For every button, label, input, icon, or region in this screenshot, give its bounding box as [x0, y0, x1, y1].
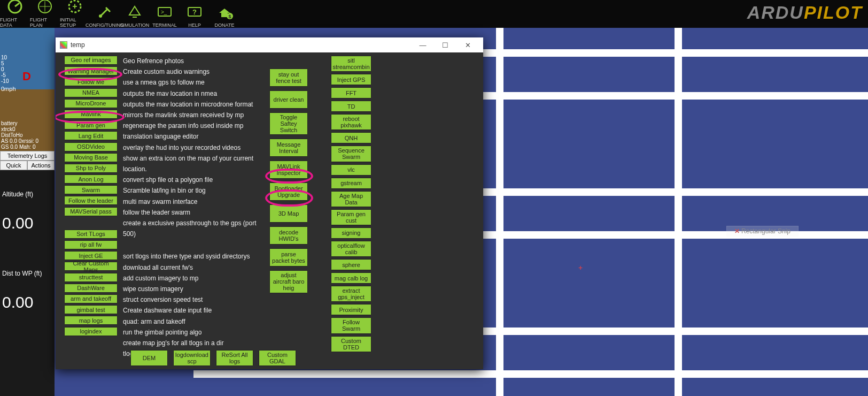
tool-config-tuning[interactable]: CONFIG/TUNING [90, 3, 120, 28]
minimize-button[interactable]: — [412, 41, 434, 49]
temp-btn-mavlink[interactable]: Mavlink [64, 110, 118, 119]
temp-btn-map-logs[interactable]: map logs [64, 316, 118, 325]
svg-text:$: $ [228, 14, 231, 19]
temp-btn-swarm[interactable]: Swarm [64, 185, 118, 194]
temp-btn-follow-the-leader[interactable]: Follow the leader [64, 196, 118, 205]
temp-btn-inject-gps[interactable]: Inject GPS [331, 74, 371, 85]
temp-btn-microdrone[interactable]: MicroDrone [64, 99, 118, 108]
temp-btn-mavserial-pass[interactable]: MAVSerial pass [64, 207, 118, 216]
temp-desc: show an extra icon on the map of your cu… [123, 153, 267, 174]
temp-btn-inject-ge[interactable]: Inject GE [64, 251, 118, 260]
temp-btn-osdvideo[interactable]: OSDVideo [64, 142, 118, 151]
temp-btn-lang-edit[interactable]: Lang Edit [64, 131, 118, 140]
dist-wp-label: Dist to WP (ft) [2, 270, 52, 277]
temp-desc: outputs the mav location in nmea [123, 88, 267, 99]
temp-btn-dem[interactable]: DEM [130, 350, 168, 366]
temp-btn-logdownload-scp[interactable]: logdownload scp [173, 350, 211, 366]
temp-btn-rip-all-fw[interactable]: rip all fw [64, 240, 118, 249]
mode-letter: D [22, 70, 31, 83]
temp-btn-qnh[interactable]: QNH [331, 132, 371, 143]
temp-btn-message-interval[interactable]: Message Interval [269, 139, 308, 157]
temp-btn-dashware[interactable]: DashWare [64, 284, 118, 293]
temp-btn-moving-base[interactable]: Moving Base [64, 153, 118, 162]
temp-desc: create map jpg's for all tlogs in a dir [123, 338, 267, 348]
close-button[interactable]: ✕ [456, 41, 479, 49]
temp-btn-vlc[interactable]: vlc [331, 164, 371, 176]
temp-btn-sequence-swarm[interactable]: Sequence Swarm [331, 146, 371, 162]
button-column-3: sitl streamcombinInject GPSFFTTDreboot p… [331, 56, 374, 352]
temp-desc: outputs the mav location in microdrone f… [123, 99, 267, 110]
temp-btn-mavlink-inspector[interactable]: MAVLink Inspector [269, 161, 308, 179]
temp-btn-custom-gdal[interactable]: Custom GDAL [259, 350, 296, 366]
temp-desc: wipe custom imagery [123, 284, 267, 294]
tab-telemetry-logs[interactable]: Telemetry Logs [0, 151, 55, 161]
temp-btn-follow-me[interactable]: Follow Me [64, 77, 118, 86]
airspeed-readout: 0mph [1, 86, 16, 92]
temp-btn-gimbal-test[interactable]: gimbal test [64, 305, 118, 314]
tool-flight-data[interactable]: FLIGHT DATA [0, 0, 30, 28]
tool-flight-plan[interactable]: FLIGHT PLAN [30, 0, 60, 28]
temp-btn-driver-clean[interactable]: driver clean [269, 90, 308, 109]
temp-btn-clear-custom-maps[interactable]: Clear Custom Maps [64, 262, 118, 271]
temp-btn-proximity[interactable]: Proximity [331, 304, 371, 315]
temp-btn-3d-map[interactable]: 3D Map [269, 204, 308, 223]
temp-btn-reboot-pixhawk[interactable]: reboot pixhawk [331, 114, 371, 130]
temp-btn-param-gen[interactable]: Param gen [64, 120, 118, 130]
temp-btn-resort-all-logs[interactable]: ReSort All logs [216, 350, 253, 366]
tool-label: FLIGHT PLAN [30, 17, 60, 28]
temp-btn-follow-swarm[interactable]: Follow Swarm [331, 317, 371, 333]
temp-btn-geo-ref-images[interactable]: Geo ref images [64, 56, 118, 65]
temp-btn-adjust-aircraft-baro-heig[interactable]: adjust aircraft baro heig [269, 270, 308, 293]
temp-btn-nmea[interactable]: NMEA [64, 88, 118, 97]
temp-btn-arm-and-takeoff[interactable]: arm and takeoff [64, 294, 118, 303]
temp-desc: run the gimbal pointing algo [123, 327, 267, 338]
temp-desc: use a nmea gps to follow me [123, 77, 267, 88]
temp-btn-sitl-streamcombin[interactable]: sitl streamcombin [331, 56, 371, 72]
temp-btn-shp-to-poly[interactable]: Shp to Poly [64, 164, 118, 173]
temp-btn-decode-hwid-s[interactable]: decode HWID's [269, 226, 308, 245]
temp-btn-toggle-saftey-switch[interactable]: Toggle Saftey Switch [269, 112, 308, 135]
temp-desc: translation language editor [123, 131, 267, 142]
temp-btn-extract-gps-inject[interactable]: extract gps_inject [331, 286, 371, 302]
temp-btn-opticalflow-calib[interactable]: opticalflow calib [331, 241, 371, 257]
dialog-titlebar[interactable]: temp — ☐ ✕ [56, 37, 483, 52]
tool-donate[interactable]: $DONATE [210, 3, 239, 28]
temp-btn-anon-log[interactable]: Anon Log [64, 174, 118, 184]
hud-tabstrip: Telemetry Logs [0, 151, 55, 161]
temp-btn-age-map-data[interactable]: Age Map Data [331, 191, 371, 207]
temp-btn-mag-calb-log[interactable]: mag calb log [331, 272, 371, 284]
temp-btn-structtest[interactable]: structtest [64, 273, 118, 282]
snip-overlay-button[interactable]: Rectangular Snip [726, 226, 799, 237]
temp-desc: sort tlogs into there type and sysid dir… [123, 251, 267, 262]
temp-btn-signing[interactable]: signing [331, 227, 371, 239]
temp-btn-stay-out-fence-test[interactable]: stay out fence test [269, 68, 308, 87]
svg-text:+: + [72, 2, 77, 11]
temp-desc: mirrors the mavlink stream received by m… [123, 110, 267, 120]
tool-help[interactable]: ?HELP [180, 3, 210, 28]
tool-label: DONATE [215, 22, 235, 28]
temp-btn-logindex[interactable]: logindex [64, 327, 118, 336]
dialog-title-text: temp [71, 41, 85, 49]
temp-btn-td[interactable]: TD [331, 101, 371, 112]
temp-desc: create a exclusive passthrough to the gp… [123, 218, 267, 239]
maximize-button[interactable]: ☐ [434, 41, 456, 49]
tab-actions[interactable]: Actions [27, 161, 55, 170]
tool-terminal[interactable]: >_TERMINAL [150, 3, 180, 28]
temp-btn-custom-dted[interactable]: Custom DTED [331, 336, 371, 352]
temp-btn-bootloader-upgrade[interactable]: Bootloader Upgrade [269, 182, 308, 201]
temp-desc: struct conversion speed test [123, 294, 267, 305]
temp-btn-sphere[interactable]: sphere [331, 259, 371, 270]
hud-tabstrip-2: Quick Actions [0, 161, 55, 170]
temp-btn-param-gen-cust[interactable]: Param gen cust [331, 209, 371, 225]
temp-btn-parse-packet-bytes[interactable]: parse packet bytes [269, 248, 308, 266]
temp-btn-gstream[interactable]: gstream [331, 178, 371, 189]
tool-simulation[interactable]: SIMULATION [120, 3, 150, 28]
temp-desc: download all current fw's [123, 262, 267, 273]
temp-btn-sort-tlogs[interactable]: Sort TLogs [64, 230, 118, 239]
altitude-tape: 10 5 0 -5 -10 [1, 55, 9, 84]
temp-btn-warning-manager[interactable]: Warning Manager [64, 66, 118, 75]
temp-desc: Create custom audio warnings [123, 66, 267, 77]
tab-quick[interactable]: Quick [0, 161, 27, 170]
temp-btn-fft[interactable]: FFT [331, 87, 371, 98]
tool-label: SIMULATION [120, 22, 149, 28]
